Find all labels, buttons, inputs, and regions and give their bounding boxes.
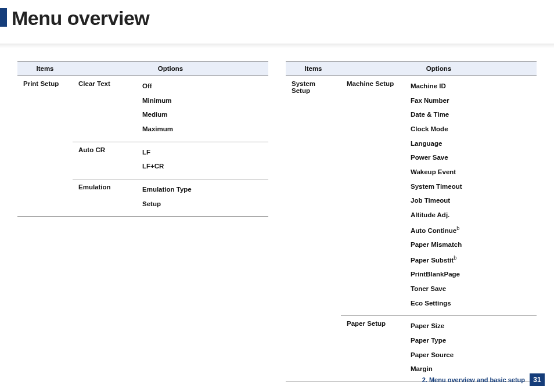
setting-label: Auto CR bbox=[73, 142, 136, 179]
category-cell: Print Setup bbox=[17, 76, 73, 217]
option-item: LF bbox=[142, 146, 262, 161]
option-item: System Timeout bbox=[411, 181, 531, 195]
option-list: Machine IDFax NumberDate & TimeClock Mod… bbox=[411, 80, 531, 311]
option-list: LFLF+CR bbox=[142, 146, 262, 175]
option-item: Wakeup Event bbox=[411, 166, 531, 181]
setting-options: Machine IDFax NumberDate & TimeClock Mod… bbox=[405, 76, 537, 316]
table-row: System Setup Machine Setup Machine IDFax… bbox=[286, 76, 537, 316]
title-shadow bbox=[0, 44, 554, 48]
table-row: Print Setup Clear Text OffMinimumMediumM… bbox=[17, 76, 268, 142]
option-item: Date & Time bbox=[411, 109, 531, 123]
option-item: Minimum bbox=[142, 95, 262, 109]
setting-options: OffMinimumMediumMaximum bbox=[136, 76, 268, 142]
option-item: Emulation Type bbox=[142, 184, 262, 198]
table-header-row: Items Options bbox=[17, 62, 268, 76]
option-item: Setup bbox=[142, 198, 262, 213]
header-items: Items bbox=[17, 62, 73, 76]
title-section: Menu overview bbox=[0, 0, 554, 40]
option-item: Machine ID bbox=[411, 80, 531, 95]
option-item: Paper Size bbox=[411, 320, 531, 335]
option-item: Off bbox=[142, 80, 262, 95]
setting-options: Emulation TypeSetup bbox=[136, 179, 268, 217]
header-options: Options bbox=[73, 62, 268, 76]
option-item: Auto Continueb bbox=[411, 224, 531, 239]
header-options: Options bbox=[341, 62, 537, 76]
option-item: Maximum bbox=[142, 123, 262, 138]
page-footer: 2. Menu overview and basic setup 31 bbox=[422, 373, 545, 386]
option-item: Fax Number bbox=[411, 95, 531, 109]
page-title: Menu overview bbox=[12, 7, 554, 30]
option-item: Job Timeout bbox=[411, 195, 531, 209]
left-column: Items Options Print Setup Clear Text Off… bbox=[17, 61, 268, 382]
option-item: Clock Mode bbox=[411, 123, 531, 138]
option-list: Paper SizePaper TypePaper SourceMargin bbox=[411, 320, 531, 377]
setting-options: Paper SizePaper TypePaper SourceMargin bbox=[405, 316, 537, 382]
content-area: Items Options Print Setup Clear Text Off… bbox=[0, 48, 554, 382]
table-header-row: Items Options bbox=[286, 62, 537, 76]
option-item: Altitude Adj. bbox=[411, 209, 531, 224]
right-column: Items Options System Setup Machine Setup… bbox=[286, 61, 537, 382]
footnote-marker: b bbox=[454, 255, 456, 261]
option-item: Power Save bbox=[411, 152, 531, 166]
option-item: Toner Save bbox=[411, 283, 531, 297]
option-item: Paper Source bbox=[411, 349, 531, 364]
option-item: Paper Mismatch bbox=[411, 239, 531, 253]
option-item: Language bbox=[411, 138, 531, 152]
footer-label: 2. Menu overview and basic setup bbox=[422, 376, 525, 383]
title-accent-bar bbox=[0, 8, 7, 27]
option-item: Medium bbox=[142, 109, 262, 123]
right-table: Items Options System Setup Machine Setup… bbox=[286, 61, 537, 382]
option-item: LF+CR bbox=[142, 160, 262, 175]
setting-label: Machine Setup bbox=[341, 76, 405, 316]
option-item: PrintBlankPage bbox=[411, 268, 531, 283]
option-item: Paper Substitb bbox=[411, 253, 531, 269]
setting-label: Paper Setup bbox=[341, 316, 405, 382]
option-item: Eco Settings bbox=[411, 297, 531, 312]
option-list: Emulation TypeSetup bbox=[142, 184, 262, 212]
option-list: OffMinimumMediumMaximum bbox=[142, 80, 262, 138]
category-cell: System Setup bbox=[286, 76, 341, 382]
left-table: Items Options Print Setup Clear Text Off… bbox=[17, 61, 268, 217]
page-number-box: 31 bbox=[530, 373, 545, 386]
setting-label: Emulation bbox=[73, 179, 136, 217]
header-items: Items bbox=[286, 62, 341, 76]
setting-options: LFLF+CR bbox=[136, 142, 268, 179]
setting-label: Clear Text bbox=[73, 76, 136, 142]
option-item: Paper Type bbox=[411, 335, 531, 349]
footnote-marker: b bbox=[456, 225, 459, 231]
